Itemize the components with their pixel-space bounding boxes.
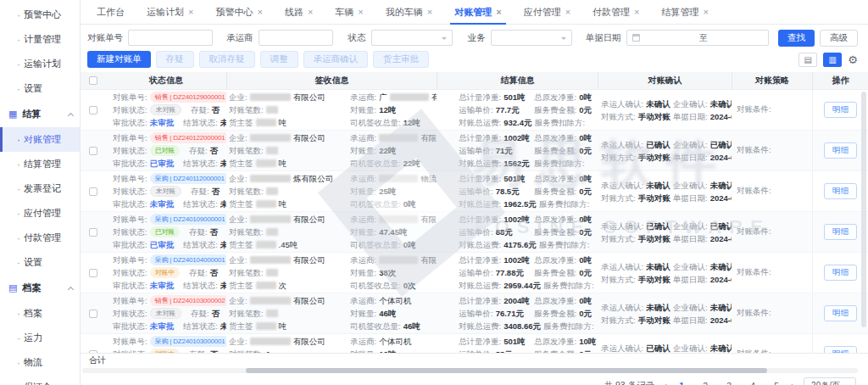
recon-status-badge: 未对账 xyxy=(150,308,181,319)
row-checkbox[interactable] xyxy=(89,187,97,196)
tab-label: 运输计划 xyxy=(147,6,184,19)
recon-no-input[interactable] xyxy=(128,30,213,46)
action-button[interactable]: 取消存疑 xyxy=(199,51,255,68)
sidebar-item[interactable]: ·物流 xyxy=(0,350,80,375)
detail-button[interactable]: 明细 xyxy=(824,305,857,321)
col-settle-info: 结算信息 xyxy=(437,72,598,89)
tab[interactable]: 线路× xyxy=(274,0,324,24)
card-view-icon[interactable]: ▥ xyxy=(823,53,842,67)
action-button[interactable]: 存疑 xyxy=(156,51,194,68)
sidebar-item[interactable]: ·设置 xyxy=(0,250,80,275)
search-button[interactable]: 查找 xyxy=(778,30,815,47)
row-checkbox[interactable] xyxy=(89,269,97,277)
tab[interactable]: 我的车辆× xyxy=(375,0,443,24)
close-icon[interactable]: × xyxy=(704,7,709,17)
detail-button[interactable]: 明细 xyxy=(824,183,857,199)
close-icon[interactable]: × xyxy=(565,7,570,17)
sidebar-item[interactable]: ·应付管理 xyxy=(0,201,80,226)
sidebar-item[interactable]: ·付款管理 xyxy=(0,226,80,250)
sidebar-item-label: 预警中心 xyxy=(24,8,61,21)
sidebar-item[interactable]: ·结算管理 xyxy=(0,152,80,176)
page-number[interactable]: 1 xyxy=(676,381,687,385)
row-checkbox[interactable] xyxy=(89,106,97,114)
detail-button[interactable]: 明细 xyxy=(824,142,857,159)
order-type-badge: 采购 | DZ240103000001 xyxy=(150,336,226,347)
tab[interactable]: 对账管理× xyxy=(443,0,512,24)
tab[interactable]: 应付管理× xyxy=(513,0,581,24)
bullet-icon: · xyxy=(17,159,20,170)
detail-button[interactable]: 明细 xyxy=(824,102,857,118)
sidebar-group[interactable]: ▦结算 xyxy=(0,101,80,127)
redacted-text xyxy=(250,93,291,101)
table-row: 对账单号:采购 | DZ240109000001对账状态:已对账存疑:否审批状态… xyxy=(81,212,868,253)
row-checkbox[interactable] xyxy=(89,310,97,318)
date-range-input[interactable]: 至 xyxy=(626,30,769,46)
sidebar-item[interactable]: ·发票登记 xyxy=(0,176,80,201)
action-button[interactable]: 货主审批 xyxy=(373,51,429,68)
sidebar-item[interactable]: ·保证金 xyxy=(0,375,80,385)
redacted-text xyxy=(250,215,291,223)
table-row: 对账单号:采购 | DZ240112000001对账状态:未对账存疑:否审批状态… xyxy=(81,171,868,212)
app: ·预警中心·计量管理·运输计划·设置▦结算·对账管理·结算管理·发票登记·应付管… xyxy=(0,0,868,385)
next-page-icon[interactable]: › xyxy=(791,380,794,385)
vertical-scrollbar[interactable] xyxy=(861,92,866,327)
table-row: 对账单号:销售 | DZ240129000001对账状态:未对账存疑:否审批状态… xyxy=(81,90,868,131)
close-icon[interactable]: × xyxy=(308,7,313,17)
close-icon[interactable]: × xyxy=(634,7,639,17)
chevron-up-icon xyxy=(68,112,74,118)
page-number[interactable]: 4 xyxy=(748,381,758,385)
redacted-text xyxy=(256,119,276,126)
list-view-icon[interactable]: ▤ xyxy=(798,53,817,67)
detail-button[interactable]: 明细 xyxy=(824,346,857,353)
tab[interactable]: 预警中心× xyxy=(204,0,273,24)
tab[interactable]: 车辆× xyxy=(324,0,374,24)
close-icon[interactable]: × xyxy=(358,7,363,17)
close-icon[interactable]: × xyxy=(257,7,262,17)
redacted-text xyxy=(250,338,291,345)
new-recon-button[interactable]: 新建对账单 xyxy=(87,51,151,68)
sidebar-item[interactable]: ·计量管理 xyxy=(0,27,80,52)
page-number[interactable]: 5 xyxy=(771,381,782,385)
gear-icon[interactable]: ⚙ xyxy=(848,53,858,66)
page-size-select[interactable]: 20条/页 xyxy=(804,377,856,385)
action-button[interactable]: 承运商确认 xyxy=(303,51,369,68)
carrier-input[interactable] xyxy=(259,30,333,46)
prev-page-icon[interactable]: ‹ xyxy=(664,380,667,385)
tab[interactable]: 工作台 xyxy=(86,0,136,24)
sidebar-item[interactable]: ·运力 xyxy=(0,326,80,350)
bullet-icon: · xyxy=(17,257,20,269)
detail-button[interactable]: 明细 xyxy=(824,265,857,281)
sidebar-item[interactable]: ·运输计划 xyxy=(0,52,80,76)
page-number[interactable]: 2 xyxy=(700,381,710,385)
detail-button[interactable]: 明细 xyxy=(824,224,857,240)
tab[interactable]: 结算管理× xyxy=(651,0,720,24)
action-button[interactable]: 调整 xyxy=(260,51,298,68)
sidebar-item-label: 结算管理 xyxy=(24,158,61,170)
secondary-actions: 存疑取消存疑调整承运商确认货主审批 xyxy=(156,51,430,68)
scrollbar-thumb[interactable] xyxy=(246,368,767,373)
redacted-text xyxy=(379,134,418,142)
status-select[interactable] xyxy=(371,30,453,46)
business-select[interactable] xyxy=(491,30,572,46)
sidebar-item-label: 付款管理 xyxy=(24,232,61,244)
sidebar-item[interactable]: ·对账管理 xyxy=(0,127,80,152)
tab[interactable]: 运输计划× xyxy=(136,0,204,24)
close-icon[interactable]: × xyxy=(188,7,193,17)
select-all-checkbox[interactable] xyxy=(89,76,97,85)
close-icon[interactable]: × xyxy=(427,7,432,17)
sidebar-item[interactable]: ·档案 xyxy=(0,301,80,326)
filter-label-recon-no: 对账单号 xyxy=(87,32,123,44)
sidebar-item[interactable]: ·设置 xyxy=(0,76,80,101)
close-icon[interactable]: × xyxy=(496,7,501,17)
advanced-button[interactable]: 高级 xyxy=(820,30,858,47)
row-checkbox[interactable] xyxy=(89,147,97,155)
row-checkbox[interactable] xyxy=(89,228,97,237)
total-records: 共 93 条记录 xyxy=(604,380,655,385)
page-number[interactable]: 3 xyxy=(724,381,734,385)
tab[interactable]: 付款管理× xyxy=(581,0,650,24)
sidebar-item[interactable]: ·预警中心 xyxy=(0,3,80,27)
archive-icon: ▤ xyxy=(8,282,17,293)
sidebar-item-label: 设置 xyxy=(24,82,42,95)
order-type-badge: 销售 | DZ240103000002 xyxy=(150,295,226,306)
sidebar-group[interactable]: ▤档案 xyxy=(0,275,80,301)
